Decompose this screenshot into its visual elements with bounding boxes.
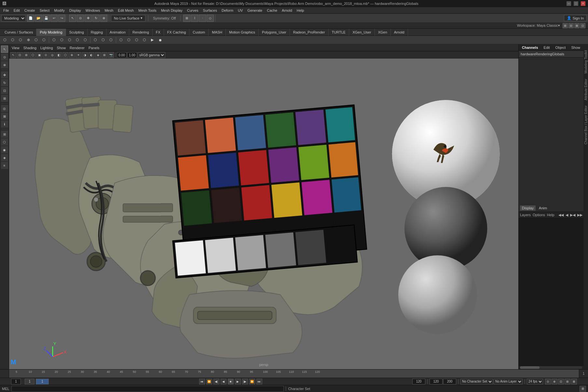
flip-btn[interactable]: ⬡ — [117, 36, 125, 44]
vp-menu-shading[interactable]: Shading — [22, 46, 38, 50]
layers-label[interactable]: Layers — [520, 213, 531, 217]
rotate-btn[interactable]: ↻ — [1, 79, 8, 86]
vp-btn-smooth[interactable]: ⊕ — [69, 52, 75, 58]
menu-curves[interactable]: Curves — [185, 8, 200, 13]
tab-sculpting[interactable]: Sculpting — [66, 29, 88, 36]
insert-edge-btn[interactable]: ⬡ — [50, 36, 58, 44]
gamma-input[interactable] — [117, 52, 127, 58]
vp-btn-2[interactable]: ⊡ — [17, 52, 23, 58]
vp-btn-5[interactable]: ▣ — [36, 52, 42, 58]
scrollbar-track[interactable] — [520, 366, 582, 369]
menu-cache[interactable]: Cache — [265, 8, 279, 13]
rotate-tool[interactable]: ↻ — [92, 15, 100, 22]
play-forward-btn[interactable]: ▶ — [235, 379, 241, 385]
vp-menu-view[interactable]: View — [10, 46, 21, 50]
tab-polygons-user[interactable]: Polygons_User — [259, 29, 290, 36]
maximize-button[interactable]: □ — [574, 1, 578, 6]
scale-tool[interactable]: ⊕ — [100, 15, 107, 22]
nav-next-btn[interactable]: ▶◀ — [570, 213, 575, 217]
tab-custom[interactable]: Custom — [189, 29, 209, 36]
vp-btn-grid[interactable]: ⊞ — [102, 52, 107, 58]
tab-animation[interactable]: Animation — [106, 29, 129, 36]
help-label[interactable]: Help — [547, 213, 554, 217]
snap-together-btn[interactable]: ⊠ — [1, 113, 8, 120]
workspace-label[interactable]: Workspace: Maya Classic▾ — [517, 23, 560, 28]
range-end-input[interactable] — [443, 379, 456, 385]
vp-btn-6[interactable]: ⊙ — [43, 52, 49, 58]
edit-tab[interactable]: Edit — [542, 45, 551, 50]
snap-point[interactable]: · — [199, 15, 206, 22]
transform-btn[interactable]: ⊞ — [1, 95, 8, 102]
end-frame-input[interactable] — [412, 379, 425, 385]
key-btn-2[interactable]: ⊕ — [552, 379, 557, 385]
range-start-input[interactable] — [430, 379, 443, 385]
anim-layer-select[interactable]: No Anim Layer — [494, 379, 523, 385]
move-btn[interactable]: ✥ — [1, 71, 8, 78]
new-scene-btn[interactable]: 📄 — [27, 15, 34, 22]
open-btn[interactable]: 📂 — [35, 15, 42, 22]
menu-create[interactable]: Create — [22, 8, 37, 13]
xray-btn[interactable]: ◈ — [1, 154, 8, 161]
tab-rigging[interactable]: Rigging — [88, 29, 106, 36]
options-label[interactable]: Options — [533, 213, 545, 217]
tab-xgen-user[interactable]: XGen_User — [349, 29, 375, 36]
snap-grid[interactable]: ⊞ — [183, 15, 190, 22]
attribute-editor-label[interactable]: Attribute Editor — [583, 76, 588, 103]
undo-btn[interactable]: ↩ — [50, 15, 58, 22]
quad-grid-btn[interactable]: ⊞ — [1, 131, 8, 138]
stop-btn[interactable]: ■ — [228, 379, 234, 385]
save-btn[interactable]: 💾 — [43, 15, 50, 22]
vp-btn-light[interactable]: ☀ — [75, 52, 81, 58]
next-key-btn[interactable]: |▶ — [242, 379, 248, 385]
prev-frame-btn[interactable]: ⏪ — [206, 379, 212, 385]
tab-radeon[interactable]: Radeon_ProRender — [290, 29, 329, 36]
prev-key-btn[interactable]: ◀| — [213, 379, 219, 385]
redo-btn[interactable]: ↪ — [58, 15, 65, 22]
tab-xgen[interactable]: XGen — [375, 29, 391, 36]
merge-btn[interactable]: ⬡ — [107, 36, 115, 44]
bevel-btn[interactable]: ⬡ — [66, 36, 73, 44]
key-btn-5[interactable]: ⊠ — [571, 379, 577, 385]
select-tool[interactable]: ↖ — [69, 15, 76, 22]
vp-menu-show[interactable]: Show — [56, 46, 67, 50]
vp-btn-3[interactable]: ⊞ — [23, 52, 29, 58]
sign-in-button[interactable]: 👤 Sign In — [564, 15, 587, 21]
soft-select-btn[interactable]: ◎ — [1, 105, 8, 112]
unlock-btn[interactable]: ⬡ — [141, 36, 148, 44]
anim-tab[interactable]: Anim — [537, 205, 549, 211]
tab-fx-caching[interactable]: FX Caching — [164, 29, 189, 36]
workspace-btn-3[interactable]: ⊠ — [574, 23, 580, 28]
lasso-btn[interactable]: ⊙ — [1, 53, 8, 61]
info-btn[interactable]: ℹ — [1, 120, 8, 128]
tab-rendering[interactable]: Rendering — [129, 29, 153, 36]
soften-btn[interactable]: ⬡ — [125, 36, 132, 44]
channels-tab[interactable]: Channels — [521, 45, 540, 50]
workspace-btn-1[interactable]: ⊞ — [563, 23, 568, 28]
display-tab[interactable]: Display — [520, 205, 536, 211]
goto-end-btn[interactable]: ⏭ — [256, 379, 262, 385]
menu-edit[interactable]: Edit — [12, 8, 22, 13]
frame-display[interactable] — [36, 379, 49, 385]
menu-generate[interactable]: Generate — [245, 8, 264, 13]
vp-btn-ao[interactable]: ◐ — [89, 52, 94, 58]
menu-select[interactable]: Select — [38, 8, 52, 13]
char-set-select[interactable]: No Character Set — [460, 379, 493, 385]
modeling-toolkit-label[interactable]: Modeling Toolkit — [583, 48, 588, 76]
menu-uv[interactable]: UV — [236, 8, 245, 13]
snap-surface[interactable]: ◇ — [207, 15, 214, 22]
extrude-btn[interactable]: ⬡ — [58, 36, 65, 44]
isolate-btn[interactable]: ◉ — [1, 146, 8, 153]
menu-file[interactable]: File — [1, 8, 11, 13]
paint-btn[interactable]: ⊕ — [1, 61, 8, 68]
goto-start-btn[interactable]: ⏮ — [199, 379, 205, 385]
color-space-select[interactable]: sRGB gamma — [138, 52, 165, 58]
extract-btn[interactable]: ⬡ — [17, 36, 24, 44]
key-btn-1[interactable]: ⊙ — [545, 379, 551, 385]
vp-btn-1[interactable]: ↖ — [10, 52, 16, 58]
timeline-track[interactable]: 5 10 15 20 25 30 35 40 45 50 55 60 65 70… — [9, 370, 579, 378]
select-btn[interactable]: ↖ — [1, 46, 8, 53]
tab-turtle[interactable]: TURTLE — [329, 29, 349, 36]
scrollbar[interactable] — [519, 365, 583, 369]
vp-btn-shadow[interactable]: ◑ — [82, 52, 88, 58]
record-btn[interactable]: ⏺ — [157, 36, 164, 44]
